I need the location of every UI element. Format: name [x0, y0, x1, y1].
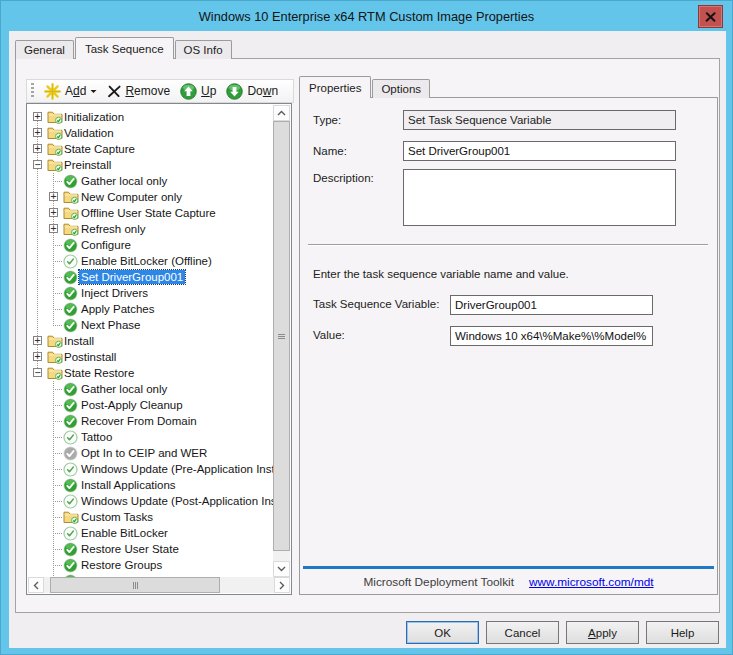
tree-item-label: Refresh only [79, 222, 148, 236]
expand-plus-icon[interactable]: + [49, 192, 58, 201]
tree-item-label: Windows Update (Pre-Application Installa… [79, 462, 274, 476]
mdt-accent-line [303, 566, 714, 569]
tree-item-label: Initialization [62, 110, 126, 124]
tree-item-apply-patches[interactable]: Apply Patches [28, 301, 274, 317]
cancel-button[interactable]: Cancel [486, 621, 559, 644]
tree-connector-line [53, 181, 63, 182]
scroll-left-button[interactable] [28, 577, 44, 593]
step-check-icon [63, 174, 78, 189]
expand-plus-icon[interactable]: + [33, 144, 42, 153]
scroll-down-button[interactable] [273, 561, 290, 577]
down-circle-icon [226, 83, 243, 100]
tree-item-next-phase[interactable]: Next Phase [28, 317, 274, 333]
expand-plus-icon[interactable]: + [33, 112, 42, 121]
folder-step-icon [47, 110, 63, 124]
tree-item-inject-drivers[interactable]: Inject Drivers [28, 285, 274, 301]
ok-button[interactable]: OK [406, 621, 479, 644]
apply-button[interactable]: Apply [566, 621, 639, 644]
vertical-scroll-thumb[interactable] [273, 121, 290, 551]
tree-item-gather-local-only[interactable]: Gather local only [28, 173, 274, 189]
tree-item-install-applications[interactable]: Install Applications [28, 477, 274, 493]
tree-item-tattoo[interactable]: Tattoo [28, 429, 274, 445]
tree-item-new-computer-only[interactable]: +New Computer only [28, 189, 274, 205]
tree-item-state-restore[interactable]: −State Restore [28, 365, 274, 381]
expand-plus-icon[interactable]: + [49, 208, 58, 217]
tab-general[interactable]: General [15, 40, 74, 59]
dialog-buttons: OKCancelApplyHelp [406, 621, 719, 644]
tree-item-gather-local-only[interactable]: Gather local only [28, 381, 274, 397]
tree-item-label: New Computer only [79, 190, 184, 204]
tree-item-recover-from-domain[interactable]: Recover From Domain [28, 413, 274, 429]
tree-item-opt-in-to-ceip-and-wer[interactable]: Opt In to CEIP and WER [28, 445, 274, 461]
tab-task-sequence[interactable]: Task Sequence [75, 37, 174, 59]
tab-properties[interactable]: Properties [299, 76, 371, 98]
tree-item-install[interactable]: +Install [28, 333, 274, 349]
collapse-minus-icon[interactable]: − [33, 368, 42, 377]
horizontal-scroll-thumb[interactable] [50, 577, 220, 593]
folder-step-icon [63, 190, 79, 204]
tab-os-info[interactable]: OS Info [175, 40, 232, 59]
tree-item-label: Enable BitLocker (Offline) [79, 254, 214, 268]
tree-connector-line [53, 485, 63, 486]
expand-plus-icon[interactable]: + [49, 224, 58, 233]
tree-item-enable-bitlocker-offline[interactable]: Enable BitLocker (Offline) [28, 253, 274, 269]
down-button[interactable]: Down [221, 82, 283, 101]
tree-item-label: Set DriverGroup001 [79, 270, 185, 284]
tree-item-validation[interactable]: +Validation [28, 125, 274, 141]
tree-item-postinstall[interactable]: +Postinstall [28, 349, 274, 365]
folder-step-icon [47, 334, 63, 348]
scroll-right-button[interactable] [274, 577, 290, 593]
tree-item-post-apply-cleanup[interactable]: Post-Apply Cleanup [28, 397, 274, 413]
tree-item-windows-update-pre-application-installation[interactable]: Windows Update (Pre-Application Installa… [28, 461, 274, 477]
remove-label: Remove [125, 84, 170, 98]
value-input[interactable] [450, 326, 653, 346]
tree-item-offline-user-state-capture[interactable]: +Offline User State Capture [28, 205, 274, 221]
tree-item-windows-update-post-application-installation[interactable]: Windows Update (Post-Application Install… [28, 493, 274, 509]
horizontal-scrollbar[interactable] [28, 577, 290, 593]
tree-item-restore-user-state[interactable]: Restore User State [28, 541, 274, 557]
tree-item-label: Inject Drivers [79, 286, 150, 300]
scroll-up-button[interactable] [273, 105, 290, 121]
tree-item-label: Apply Patches [79, 302, 157, 316]
tree-item-label: Validation [62, 126, 116, 140]
add-button[interactable]: Add [39, 82, 102, 101]
remove-button[interactable]: Remove [102, 83, 175, 99]
add-label: Add [65, 84, 86, 98]
up-button[interactable]: Up [175, 82, 221, 101]
expand-plus-icon[interactable]: + [33, 128, 42, 137]
tree-item-set-drivergroup001[interactable]: Set DriverGroup001 [28, 269, 274, 285]
tree-item-custom-tasks[interactable]: Custom Tasks [28, 509, 274, 525]
tree-item-preinstall[interactable]: −Preinstall [28, 157, 274, 173]
step-check-icon [63, 398, 78, 413]
tree-item-enable-bitlocker[interactable]: Enable BitLocker [28, 525, 274, 541]
tree-item-refresh-only[interactable]: +Refresh only [28, 221, 274, 237]
variable-input[interactable] [450, 295, 653, 315]
step-check-light-icon [63, 462, 78, 477]
tree-item-label: Offline User State Capture [79, 206, 218, 220]
expand-plus-icon[interactable]: + [33, 352, 42, 361]
tree-item-configure[interactable]: Configure [28, 237, 274, 253]
task-sequence-tabpage: AddRemoveUpDown +Initialization+Validati… [15, 58, 720, 613]
scroll-grip-icon [133, 582, 138, 589]
chevron-right-icon [279, 581, 285, 590]
toolbar-grip-icon[interactable] [31, 83, 34, 99]
vertical-scrollbar[interactable] [273, 105, 290, 577]
tab-options[interactable]: Options [372, 79, 430, 98]
tree-item-label: Windows Update (Post-Application Install… [79, 494, 274, 508]
tree-item-initialization[interactable]: +Initialization [28, 109, 274, 125]
expand-plus-icon[interactable]: + [33, 336, 42, 345]
step-check-icon [63, 270, 78, 285]
collapse-minus-icon[interactable]: − [33, 160, 42, 169]
mdt-link[interactable]: www.microsoft.com/mdt [529, 575, 654, 589]
help-button[interactable]: Help [646, 621, 719, 644]
tree-connector-line [53, 517, 63, 518]
description-input[interactable] [403, 169, 676, 226]
tree-item-state-capture[interactable]: +State Capture [28, 141, 274, 157]
tree-item-label: Install Applications [79, 478, 178, 492]
step-check-gray-icon [63, 446, 78, 461]
close-button[interactable] [698, 5, 723, 28]
tree-item-restore-groups[interactable]: Restore Groups [28, 557, 274, 573]
titlebar[interactable]: Windows 10 Enterprise x64 RTM Custom Ima… [1, 1, 732, 31]
tree-connector-line [53, 437, 63, 438]
name-input[interactable] [403, 141, 676, 161]
